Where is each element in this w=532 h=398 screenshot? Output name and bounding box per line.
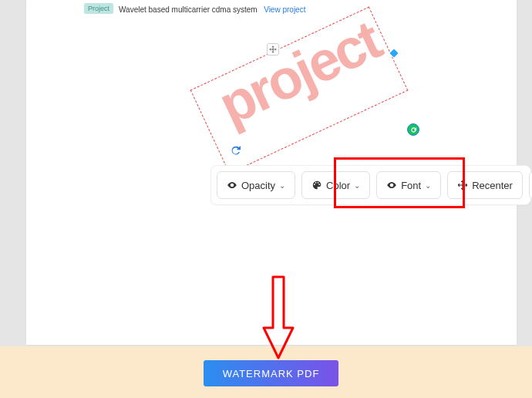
eye-icon — [386, 180, 397, 191]
chevron-down-icon: ⌄ — [279, 181, 285, 190]
opacity-label: Opacity — [241, 180, 275, 191]
doc-snippet: Project Wavelet based multicarrier cdma … — [84, 2, 305, 15]
view-project-link[interactable]: View project — [264, 5, 305, 14]
document-page: Project Wavelet based multicarrier cdma … — [26, 0, 517, 345]
font-button[interactable]: Font ⌄ — [376, 171, 441, 199]
watermark-text[interactable]: project — [198, 3, 399, 142]
resize-handle-right[interactable] — [389, 48, 399, 59]
rotate-handle-icon[interactable] — [230, 144, 242, 157]
palette-icon — [311, 180, 322, 191]
watermark-pdf-button[interactable]: WATERMARK PDF — [204, 360, 338, 386]
color-label: Color — [326, 180, 350, 191]
grammarly-icon[interactable] — [407, 123, 419, 136]
watermark-selection[interactable]: project — [200, 18, 398, 163]
chevron-down-icon: ⌄ — [425, 181, 431, 190]
watermark-toolbar: Opacity ⌄ Color ⌄ Font ⌄ — [210, 165, 531, 205]
chevron-down-icon: ⌄ — [354, 181, 360, 190]
move-handle-icon[interactable] — [267, 43, 279, 56]
color-button[interactable]: Color ⌄ — [301, 171, 370, 199]
move-icon — [457, 180, 468, 191]
watermark-pdf-label: WATERMARK PDF — [223, 368, 320, 379]
doc-snippet-body: Wavelet based multicarrier cdma system — [119, 5, 258, 14]
font-label: Font — [401, 180, 421, 191]
doc-snippet-text: Wavelet based multicarrier cdma system V… — [119, 2, 305, 15]
project-badge: Project — [84, 3, 113, 14]
recenter-label: Recenter — [472, 180, 513, 191]
recenter-button[interactable]: Recenter — [447, 171, 523, 199]
opacity-button[interactable]: Opacity ⌄ — [217, 171, 295, 199]
selection-outline — [190, 7, 409, 174]
eye-icon — [227, 180, 237, 191]
delete-button[interactable] — [529, 171, 532, 199]
